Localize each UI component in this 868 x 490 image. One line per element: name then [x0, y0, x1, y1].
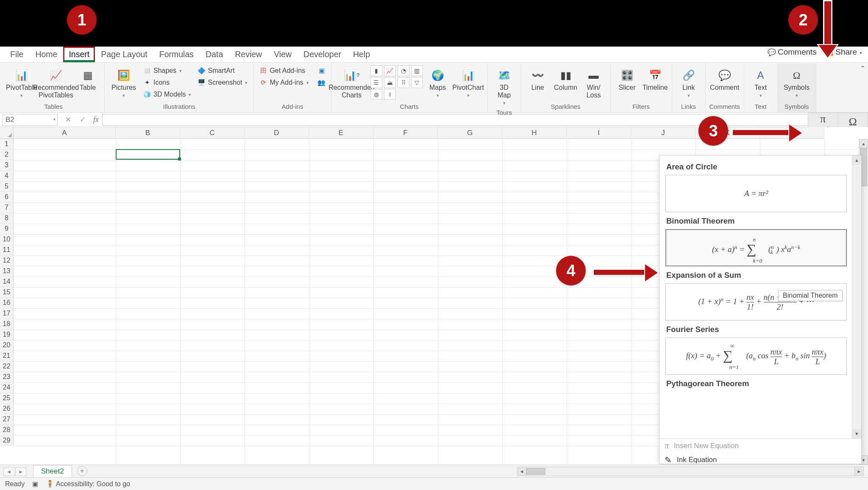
sheet-nav-prev[interactable]: ◄	[3, 468, 14, 476]
col-header[interactable]: I	[567, 127, 631, 139]
pivotchart-button[interactable]: 📊PivotChart▾	[453, 65, 484, 100]
row-header[interactable]: 15	[0, 287, 14, 298]
comments-button[interactable]: Comments	[768, 47, 817, 57]
equation-expansion-of-sum[interactable]: (1 + x)n = 1 + nx1! + n(n − 1)x²2! + ⋯	[665, 283, 847, 321]
col-header[interactable]: B	[116, 127, 180, 139]
smartart-button[interactable]: 🔷SmartArt	[195, 65, 250, 76]
row-header[interactable]: 25	[0, 393, 14, 404]
my-addins-button[interactable]: ⟳My Add-ins▾	[257, 77, 311, 88]
insert-new-equation[interactable]: πInsert New Equation	[659, 439, 861, 453]
row-header[interactable]: 29	[0, 435, 14, 446]
row-header[interactable]: 28	[0, 425, 14, 435]
symbols-button[interactable]: ΩSymbols▾	[781, 65, 812, 100]
row-header[interactable]: 24	[0, 382, 14, 393]
macro-record-icon[interactable]: ▣	[32, 480, 38, 488]
row-header[interactable]: 9	[0, 224, 14, 234]
3d-models-button[interactable]: 🧊3D Models▾	[141, 89, 194, 100]
people-graph-icon[interactable]: 👥	[316, 77, 328, 88]
row-header[interactable]: 23	[0, 372, 14, 382]
row-header[interactable]: 13	[0, 266, 14, 277]
row-header[interactable]: 7	[0, 202, 14, 213]
scroll-up-icon[interactable]: ▲	[852, 155, 861, 165]
treemap-chart-icon[interactable]: ▥	[411, 65, 423, 76]
bing-maps-icon[interactable]: ▣	[316, 65, 328, 76]
row-header[interactable]: 1	[0, 139, 14, 149]
sheet-tab[interactable]: Sheet2	[33, 465, 72, 477]
pie-chart-icon[interactable]: ◔	[398, 65, 409, 76]
col-header[interactable]: H	[502, 127, 567, 139]
row-header[interactable]: 3	[0, 160, 14, 171]
row-header[interactable]: 4	[0, 171, 14, 181]
scroll-down-icon[interactable]: ▼	[852, 429, 861, 438]
scroll-thumb[interactable]	[526, 468, 545, 475]
tab-insert[interactable]: Insert	[63, 47, 95, 62]
tab-developer[interactable]: Developer	[298, 47, 347, 62]
row-header[interactable]: 17	[0, 308, 14, 319]
scroll-left-icon[interactable]: ◄	[517, 467, 526, 476]
row-header[interactable]: 14	[0, 277, 14, 287]
equation-binomial-theorem[interactable]: (x + a)n = ∑k=0n(nk) xkan−k	[665, 229, 847, 266]
column-chart-icon[interactable]: ▮	[370, 65, 382, 76]
name-box[interactable]: B2▾	[3, 114, 58, 126]
scroll-up-icon[interactable]: ▲	[859, 139, 868, 148]
tab-formulas[interactable]: Formulas	[153, 47, 200, 62]
pictures-button[interactable]: 🖼️Pictures▾	[108, 65, 139, 100]
row-header[interactable]: 2	[0, 149, 14, 160]
tab-view[interactable]: View	[268, 47, 298, 62]
maps-button[interactable]: 🌍Maps▾	[425, 65, 451, 100]
selected-cell[interactable]	[116, 149, 180, 160]
tab-help[interactable]: Help	[347, 47, 376, 62]
col-header[interactable]: A	[14, 127, 116, 139]
horizontal-scrollbar[interactable]: ◄ ►	[517, 467, 864, 476]
bar-chart-icon[interactable]: ☰	[370, 77, 382, 88]
scroll-right-icon[interactable]: ►	[854, 467, 864, 476]
gallery-scrollbar[interactable]: ▲ ▼	[852, 155, 861, 438]
row-header[interactable]: 16	[0, 298, 14, 308]
new-sheet-button[interactable]: +	[77, 466, 87, 476]
3d-map-button[interactable]: 🗺️3D Map▾	[491, 65, 517, 108]
select-all-cell[interactable]	[0, 127, 14, 139]
recommended-pivottables-button[interactable]: 📈Recommended PivotTables	[39, 65, 73, 100]
spark-column-button[interactable]: ▮▮Column	[553, 65, 579, 92]
funnel-chart-icon[interactable]: ▽	[411, 77, 423, 88]
enter-formula-icon[interactable]: ✓	[76, 115, 89, 124]
col-header[interactable]: C	[180, 127, 245, 139]
row-header[interactable]: 10	[0, 234, 14, 245]
row-header[interactable]: 20	[0, 340, 14, 351]
col-header[interactable]: D	[245, 127, 309, 139]
cancel-formula-icon[interactable]: ✕	[62, 115, 75, 124]
spark-line-button[interactable]: 〰️Line	[525, 65, 551, 92]
area-chart-icon[interactable]: ⛰	[384, 77, 396, 88]
col-header[interactable]: F	[373, 127, 438, 139]
tab-page-layout[interactable]: Page Layout	[95, 47, 153, 62]
combo-chart-icon[interactable]: ⫴	[384, 89, 396, 100]
col-header[interactable]: J	[631, 127, 696, 139]
slicer-button[interactable]: 🎛️Slicer	[614, 65, 640, 92]
ink-equation[interactable]: ✎Ink Equation	[659, 453, 861, 464]
row-header[interactable]: 27	[0, 414, 14, 425]
collapse-ribbon-icon[interactable]: ⌃	[860, 64, 865, 72]
comment-button[interactable]: 💬Comment	[709, 65, 740, 92]
fx-icon[interactable]: fx	[93, 115, 99, 124]
text-button[interactable]: AText▾	[748, 65, 774, 100]
row-header[interactable]: 11	[0, 245, 14, 255]
tab-home[interactable]: Home	[29, 47, 63, 62]
get-addins-button[interactable]: 田Get Add-ins	[257, 65, 311, 76]
col-header[interactable]: E	[309, 127, 373, 139]
link-button[interactable]: 🔗Link▾	[676, 65, 702, 100]
tab-review[interactable]: Review	[229, 47, 268, 62]
recommended-charts-button[interactable]: 📊?Recommended Charts	[335, 65, 369, 100]
screenshot-button[interactable]: 🖥️Screenshot▾	[195, 77, 250, 88]
row-header[interactable]: 21	[0, 351, 14, 361]
tab-file[interactable]: File	[4, 47, 29, 62]
line-chart-icon[interactable]: 📈	[384, 65, 396, 76]
formula-input[interactable]	[102, 114, 868, 126]
tab-data[interactable]: Data	[200, 47, 229, 62]
stock-chart-icon[interactable]: ◍	[370, 89, 382, 100]
sheet-nav-next[interactable]: ►	[15, 468, 26, 476]
col-header[interactable]: G	[438, 127, 502, 139]
row-header[interactable]: 18	[0, 319, 14, 329]
shapes-button[interactable]: ◻️Shapes▾	[141, 65, 194, 76]
accessibility-status[interactable]: 🧍 Accessibility: Good to go	[46, 480, 130, 488]
row-header[interactable]: 6	[0, 192, 14, 202]
